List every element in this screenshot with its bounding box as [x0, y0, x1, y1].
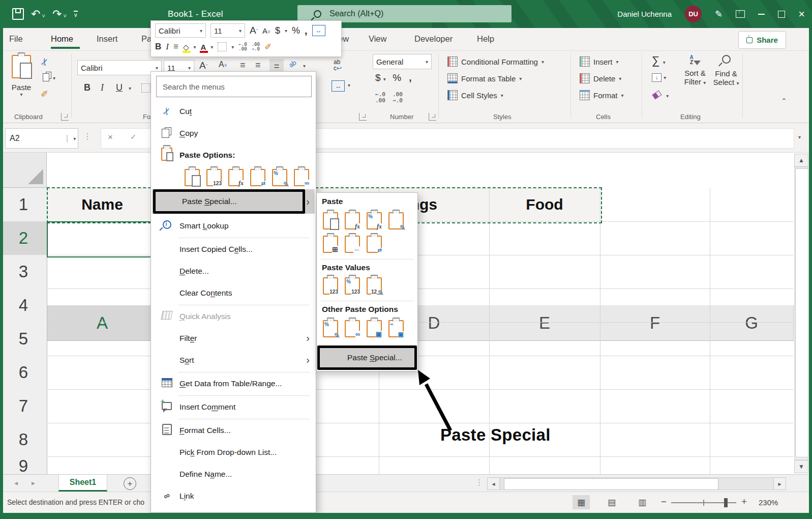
formulas-number-formatting-icon[interactable]: %fx [367, 212, 382, 229]
row-header-7[interactable]: 7 [0, 389, 47, 423]
accounting-icon[interactable]: $ [375, 72, 381, 83]
menu-item-sort[interactable]: Sort › [152, 349, 315, 371]
transpose-icon[interactable]: ⇄ [367, 236, 382, 253]
name-box-input[interactable] [6, 133, 59, 143]
sheet-nav-right-icon[interactable]: ▸ [32, 479, 35, 487]
mini-shrink-font-icon[interactable]: A˅ [262, 26, 270, 35]
hscroll-right-button[interactable]: ▸ [773, 477, 786, 490]
linked-picture-icon[interactable]: ∞▣ [388, 320, 404, 337]
select-all-corner[interactable] [0, 153, 47, 188]
paste-option-formulas-icon[interactable]: fx [228, 169, 244, 186]
autosum-icon[interactable]: ∑ ▾ [652, 54, 666, 67]
column-header-F[interactable]: F [600, 305, 710, 341]
format-cells-button[interactable]: Format▾ [580, 89, 624, 102]
paste-option-transpose-icon[interactable]: ⇄ [250, 169, 265, 186]
accounting-dropdown-icon[interactable]: ▾ [383, 76, 386, 82]
close-button[interactable]: × [798, 9, 805, 20]
menu-item-cut[interactable]: ✂ Cut [152, 100, 315, 122]
menu-item-insert-copied-cells[interactable]: Insert Copied Cells... [152, 238, 315, 260]
orientation-dropdown-icon[interactable]: ▾ [303, 63, 306, 69]
submenu-item-paste-special[interactable]: Paste Special... [317, 345, 417, 370]
paste-link-icon[interactable]: ∞ [345, 320, 360, 337]
sort-filter-button[interactable]: AZ Sort &Filter ▾ [680, 55, 710, 86]
collapse-ribbon-icon[interactable]: ⌃ [781, 97, 787, 105]
keep-source-formatting-icon[interactable]: ✎ [388, 212, 404, 229]
formatting-icon[interactable]: %✎ [323, 320, 338, 337]
insert-cells-button[interactable]: Insert▾ [580, 55, 619, 68]
fill-icon[interactable]: ↓ ▾ [652, 72, 666, 82]
formula-bar-handle[interactable]: ⋮ [83, 131, 92, 141]
menu-search-box[interactable] [156, 76, 312, 97]
formulas-icon[interactable]: fx [345, 212, 360, 229]
new-sheet-button[interactable]: + [124, 477, 136, 490]
name-box[interactable]: | ▾ [5, 128, 78, 149]
page-break-view-button[interactable]: ▥ [634, 495, 651, 509]
share-button[interactable]: Share [738, 31, 786, 49]
column-header-A[interactable]: A [47, 305, 158, 341]
zoom-slider-handle[interactable] [724, 498, 728, 507]
paste-option-formatting-icon[interactable]: %✎ [272, 169, 287, 186]
row-header-8[interactable]: 8 [0, 423, 47, 457]
alignment-dialog-launcher-icon[interactable] [359, 113, 367, 121]
borders-icon[interactable] [141, 83, 151, 93]
vertical-scrollbar-track[interactable] [794, 167, 808, 460]
clipboard-dialog-launcher-icon[interactable] [61, 113, 69, 121]
values-number-formatting-icon[interactable]: %123 [345, 277, 360, 295]
hscroll-left-button[interactable]: ◂ [487, 477, 500, 490]
tab-splitter-handle[interactable]: ⋮ [475, 478, 484, 487]
keep-source-column-widths-icon[interactable]: ⇔ [345, 236, 360, 253]
find-select-button[interactable]: Find &Select ▾ [711, 55, 741, 86]
redo-button[interactable]: ↷ ˅ [52, 9, 67, 20]
mini-font-color-dropdown-icon[interactable]: ▾ [210, 44, 213, 50]
customize-qat-icon[interactable]: ∨ [74, 11, 78, 18]
row-header-5[interactable]: 5 [0, 322, 47, 356]
grow-font-icon[interactable]: Aˆ [199, 60, 207, 71]
zoom-in-button[interactable]: + [741, 496, 747, 507]
minimize-button[interactable] [758, 14, 765, 15]
mini-increase-decimal-icon[interactable]: ←.0.00 [238, 42, 247, 52]
tab-developer[interactable]: Developer [414, 28, 453, 49]
shrink-font-icon[interactable]: A˅ [219, 60, 227, 69]
mini-grow-font-icon[interactable]: Aˆ [250, 25, 258, 36]
mini-fill-color-dropdown-icon[interactable]: ▾ [193, 44, 196, 50]
mini-fill-color-icon[interactable]: ◇ [183, 43, 189, 51]
search-box[interactable] [297, 5, 512, 22]
mini-merge-icon[interactable]: ↔ [312, 25, 325, 36]
copy-icon[interactable] [43, 73, 49, 81]
zoom-out-button[interactable]: − [661, 497, 667, 507]
paste-option-link-icon[interactable]: ∞ [294, 169, 309, 186]
mini-comma-icon[interactable]: , [305, 25, 308, 37]
format-painter-icon[interactable]: ✐ [41, 89, 48, 100]
mini-borders-dropdown-icon[interactable]: ▾ [231, 44, 234, 50]
mini-bold-button[interactable]: B [155, 42, 161, 52]
number-format-combo[interactable]: General▾ [373, 54, 432, 69]
conditional-formatting-button[interactable]: Conditional Formatting▾ [447, 55, 544, 68]
menu-item-delete[interactable]: Delete... [152, 260, 315, 282]
draw-pen-icon[interactable]: ✎ [715, 10, 723, 19]
align-top-icon[interactable]: ≡ [240, 60, 248, 71]
mini-font-name-combo[interactable]: Calibri▾ [155, 23, 206, 38]
clear-icon[interactable]: ▾ [653, 91, 669, 99]
menu-item-pick-from-list[interactable]: Pick From Drop-down List... [152, 441, 315, 463]
row-header-3[interactable]: 3 [0, 255, 47, 289]
increase-decimal-icon[interactable]: ←.0.00 [375, 92, 385, 103]
no-borders-icon[interactable]: ⊞ [323, 236, 338, 253]
italic-button[interactable]: I [101, 82, 104, 93]
menu-item-filter[interactable]: Filter › [152, 327, 315, 349]
maximize-button[interactable] [778, 11, 785, 18]
search-input[interactable] [328, 9, 483, 19]
mini-format-painter-icon[interactable]: ✐ [264, 42, 272, 52]
vertical-scrollbar-thumb[interactable] [795, 168, 808, 457]
paste-option-paste-icon[interactable] [185, 169, 200, 186]
column-header-G[interactable]: G [710, 305, 794, 341]
font-name-combo[interactable]: Calibri▾ [77, 60, 162, 75]
mini-font-color-icon[interactable]: A [200, 43, 206, 51]
menu-item-clear-contents[interactable]: Clear Contents [152, 282, 315, 304]
name-box-dropdown-icon[interactable]: ▾ [73, 136, 76, 141]
mini-decrease-decimal-icon[interactable]: .00→.0 [252, 42, 260, 52]
delete-cells-button[interactable]: Delete▾ [580, 72, 621, 85]
menu-item-get-data[interactable]: Get Data from Table/Range... [152, 372, 315, 394]
enter-icon[interactable]: ✓ [130, 132, 137, 141]
cancel-icon[interactable]: × [108, 132, 113, 142]
normal-view-button[interactable]: ▦ [573, 495, 590, 509]
